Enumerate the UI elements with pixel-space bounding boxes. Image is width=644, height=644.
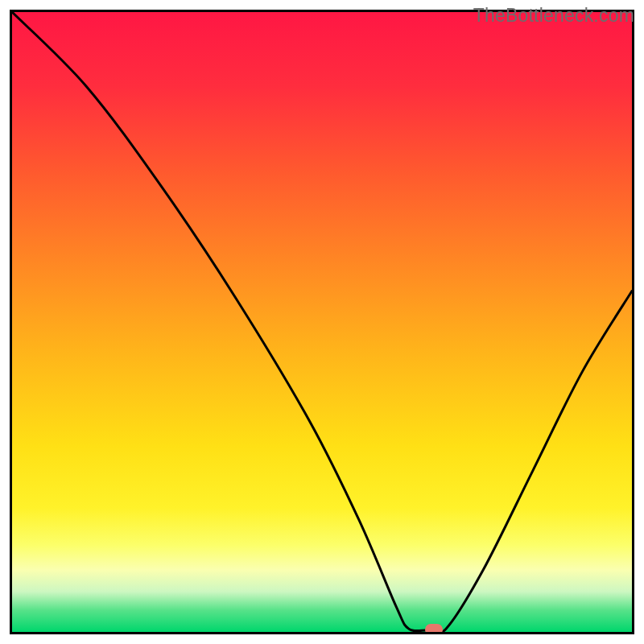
plot-area xyxy=(10,10,634,634)
chart-frame: TheBottleneck.com xyxy=(0,0,644,644)
plot-svg xyxy=(12,12,632,632)
watermark-text: TheBottleneck.com xyxy=(473,5,634,27)
severity-gradient-bg xyxy=(12,12,632,632)
